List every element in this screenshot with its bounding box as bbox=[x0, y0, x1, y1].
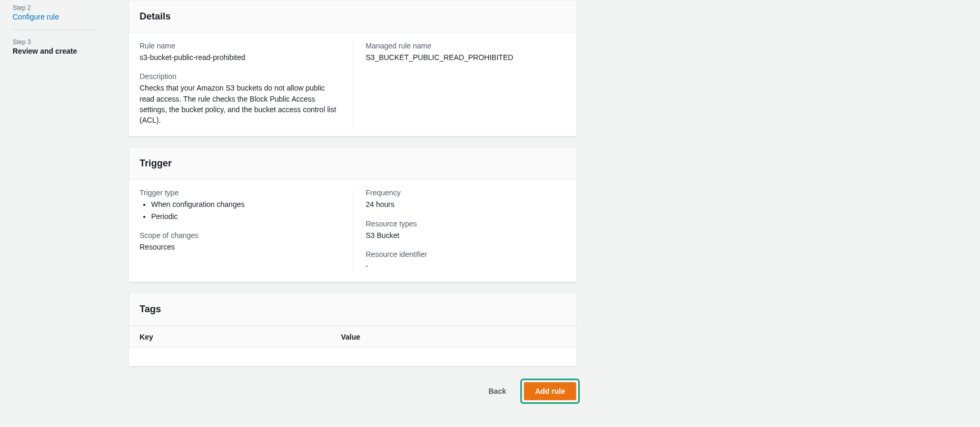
tags-panel-header: Tags bbox=[129, 293, 577, 326]
trigger-col-right: Frequency 24 hours Resource types S3 Buc… bbox=[353, 188, 567, 271]
resource-identifier-label: Resource identifier bbox=[366, 250, 567, 259]
tags-key-header: Key bbox=[129, 326, 331, 348]
trigger-col-left: Trigger type When configuration changes … bbox=[140, 188, 353, 271]
trigger-type-value: When configuration changes Periodic bbox=[140, 199, 340, 222]
step-2-title[interactable]: Configure rule bbox=[13, 13, 103, 29]
resource-types-label: Resource types bbox=[366, 220, 567, 228]
trigger-type-list: When configuration changes Periodic bbox=[140, 199, 340, 222]
rule-name-label: Rule name bbox=[140, 42, 340, 50]
step-3-label: Step 3 bbox=[13, 38, 103, 46]
description-label: Description bbox=[140, 72, 340, 81]
frequency-label: Frequency bbox=[366, 188, 567, 197]
tags-panel: Tags Key Value bbox=[128, 293, 577, 366]
trigger-panel-body: Trigger type When configuration changes … bbox=[129, 180, 577, 282]
step-2[interactable]: Step 2 Configure rule bbox=[13, 4, 103, 29]
step-3: Step 3 Review and create bbox=[13, 38, 103, 64]
step-separator bbox=[13, 29, 97, 30]
description-value: Checks that your Amazon S3 buckets do no… bbox=[140, 83, 340, 125]
frequency-value: 24 hours bbox=[366, 199, 567, 210]
managed-rule-name-value: S3_BUCKET_PUBLIC_READ_PROHIBITED bbox=[366, 52, 567, 63]
step-2-label: Step 2 bbox=[13, 4, 103, 12]
trigger-heading: Trigger bbox=[140, 158, 566, 169]
wizard-steps-sidebar: Step 2 Configure rule Step 3 Review and … bbox=[0, 0, 116, 427]
add-rule-highlight: Add rule bbox=[523, 381, 577, 401]
trigger-panel-header: Trigger bbox=[129, 147, 577, 180]
details-heading: Details bbox=[140, 11, 566, 22]
back-button[interactable]: Back bbox=[478, 381, 517, 401]
details-panel-header: Details bbox=[129, 1, 577, 33]
resource-types-value: S3 Bucket bbox=[366, 230, 567, 241]
managed-rule-name-label: Managed rule name bbox=[366, 42, 567, 50]
trigger-type-item: When configuration changes bbox=[151, 199, 340, 210]
tags-empty-row bbox=[129, 348, 577, 366]
trigger-type-item: Periodic bbox=[151, 211, 340, 222]
tags-table: Key Value bbox=[129, 326, 577, 366]
tags-panel-body: Key Value bbox=[129, 326, 577, 366]
trigger-panel: Trigger Trigger type When configuration … bbox=[128, 147, 577, 282]
details-panel: Details Rule name s3-bucket-public-read-… bbox=[128, 0, 577, 136]
rule-name-value: s3-bucket-public-read-prohibited bbox=[140, 52, 340, 63]
details-col-right: Managed rule name S3_BUCKET_PUBLIC_READ_… bbox=[353, 42, 567, 125]
trigger-type-label: Trigger type bbox=[140, 188, 340, 197]
tags-value-header: Value bbox=[331, 326, 577, 348]
details-col-left: Rule name s3-bucket-public-read-prohibit… bbox=[140, 42, 353, 125]
tags-heading: Tags bbox=[140, 304, 566, 315]
step-3-title: Review and create bbox=[13, 47, 103, 64]
resource-identifier-value: - bbox=[366, 261, 567, 271]
scope-label: Scope of changes bbox=[140, 231, 340, 240]
scope-value: Resources bbox=[140, 242, 340, 252]
add-rule-button[interactable]: Add rule bbox=[524, 382, 576, 400]
main-content: Details Rule name s3-bucket-public-read-… bbox=[116, 0, 590, 427]
details-panel-body: Rule name s3-bucket-public-read-prohibit… bbox=[129, 33, 577, 136]
wizard-actions: Back Add rule bbox=[128, 377, 577, 401]
